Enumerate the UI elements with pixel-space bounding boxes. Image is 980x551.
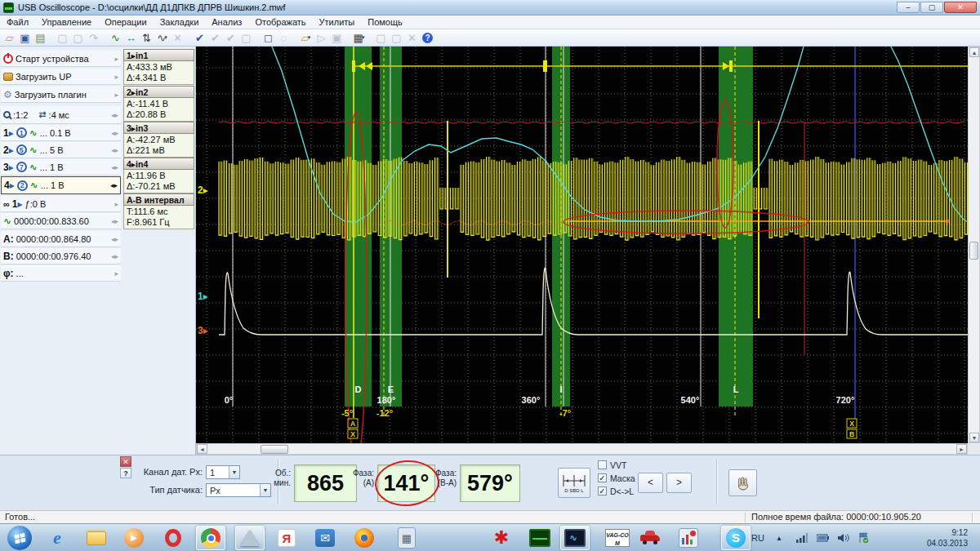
menu-Анализ[interactable]: Анализ xyxy=(205,16,248,28)
taskbar-icon-mail[interactable]: ✉ xyxy=(310,526,340,550)
checkbox-box[interactable]: ✓ xyxy=(598,473,607,482)
taskbar-icon-explorer[interactable] xyxy=(82,526,111,550)
width-icon: ⇄ xyxy=(38,109,46,120)
time-row-phi[interactable]: φ:...▸ xyxy=(1,265,121,282)
checkbox-box[interactable] xyxy=(598,460,607,469)
measurement-title[interactable]: 4▸in4 xyxy=(123,158,194,170)
checkbox-Маска[interactable]: ✓Маска xyxy=(598,473,635,483)
taskbar-icon-start[interactable] xyxy=(5,526,34,550)
h-scroll-thumb[interactable] xyxy=(261,445,288,454)
scroll-right-icon[interactable]: ► xyxy=(956,444,967,454)
time-row-b[interactable]: B:0000:00:00.976.40◂▸ xyxy=(1,248,121,264)
svg-text:540°: 540° xyxy=(681,395,700,405)
dsl-ruler-button[interactable]: D SBD L xyxy=(558,468,590,498)
oscilloscope-plot[interactable]: 0°180°360°540°720°D-5°E-12°I-7°LAXXB2▸1▸… xyxy=(196,47,968,443)
taskbar-icon-car-diag[interactable] xyxy=(635,526,665,550)
taskbar-icon-diag-suite[interactable] xyxy=(674,526,703,550)
menu-Отображать[interactable]: Отображать xyxy=(248,16,312,28)
toolbar-select-region-icon[interactable]: ◻ xyxy=(261,30,276,46)
volume-icon[interactable] xyxy=(838,524,849,551)
time-row-a[interactable]: A:0000:00:00.864.80◂▸ xyxy=(1,231,121,247)
taskbar-icon-calculator[interactable]: ▦ xyxy=(392,526,421,550)
menu-Помощь[interactable]: Помощь xyxy=(361,16,409,28)
checkbox-VVT[interactable]: VVT xyxy=(598,460,626,470)
battery-icon[interactable] xyxy=(817,524,830,551)
toolbar-load-overlay-icon[interactable]: ▱▾ xyxy=(298,30,314,46)
taskbar-icon-wmp[interactable]: ▶ xyxy=(119,526,149,550)
v-scroll-thumb[interactable] xyxy=(969,242,978,260)
taskbar-icon-ie[interactable]: e xyxy=(42,526,72,550)
chevron-down-icon[interactable]: ▼ xyxy=(229,466,239,478)
toolbar-help-icon[interactable]: ? xyxy=(420,30,435,46)
menu-Закладки[interactable]: Закладки xyxy=(154,16,206,28)
measurement-title[interactable]: 2▸in2 xyxy=(123,86,194,98)
pan-hand-button[interactable] xyxy=(728,469,757,496)
menu-Утилиты[interactable]: Утилиты xyxy=(313,16,362,28)
channel-row-2[interactable]: 2▸5∿... 5 В◂▸ xyxy=(1,142,121,158)
svg-text:I: I xyxy=(559,384,562,394)
maximize-button[interactable]: ▢ xyxy=(920,2,943,13)
toolbar-fit-vertical-icon[interactable]: ⇅ xyxy=(139,30,154,46)
toolbar-fit-horizontal-icon[interactable]: ↔ xyxy=(123,30,139,46)
command-label: Старт устройства xyxy=(16,54,89,64)
channel-row-1[interactable]: 1▸1∿... 0.1 В◂▸ xyxy=(1,125,121,141)
taskbar-icon-aisuite[interactable] xyxy=(235,526,265,550)
action-center-flag-icon[interactable] xyxy=(859,524,869,551)
time-per-div-value: :4 мс xyxy=(49,110,69,120)
taskbar-icon-firefox[interactable] xyxy=(350,526,379,550)
taskbar-icon-chrome[interactable] xyxy=(196,526,225,550)
horizontal-scrollbar[interactable]: ◄ ► xyxy=(196,443,968,455)
minimize-button[interactable]: – xyxy=(897,2,920,13)
toolbar-apply-check-icon[interactable]: ✔ xyxy=(192,30,207,46)
scroll-down-icon[interactable]: ▼ xyxy=(969,433,979,442)
taskbar-icon-yandex[interactable]: Я xyxy=(272,526,301,550)
menu-Операции[interactable]: Операции xyxy=(98,16,153,28)
clock[interactable]: 9:12 04.03.2013 xyxy=(886,527,968,549)
checkbox-D<->L[interactable]: ✓D<->L xyxy=(598,486,634,496)
taskbar-icon-red-tool[interactable]: ✱ xyxy=(487,526,516,550)
window-title: USB Oscilloscope - D:\осцилки\ДД Д1ДПКВ … xyxy=(18,2,286,12)
scroll-left-icon[interactable]: ◄ xyxy=(197,444,207,454)
channel-row-4[interactable]: 4▸2∿... 1 В◂▸ xyxy=(1,176,121,194)
taskbar-icon-opera[interactable] xyxy=(158,526,188,550)
toolbar-print-icon[interactable]: ▤ xyxy=(33,30,48,46)
toolbar-wave-mode-icon[interactable]: ∿▾ xyxy=(154,30,170,46)
channel-row-3[interactable]: 3▸7∿... 1 В◂▸ xyxy=(1,159,121,176)
sync-row[interactable]: ∞1▸ƒ:0 В▸ xyxy=(1,196,121,212)
measurement-title[interactable]: 3▸in3 xyxy=(123,122,194,134)
toolbar-display-mode-icon[interactable]: ▦▾ xyxy=(351,30,367,46)
toolbar-signal-icon[interactable]: ∿ xyxy=(108,30,123,46)
measurement-title[interactable]: 1▸in1 xyxy=(123,49,194,61)
command-start-device[interactable]: Старт устройства▸ xyxy=(1,51,121,67)
menu-Управление[interactable]: Управление xyxy=(35,16,98,28)
command-load-up[interactable]: Загрузить UP▸ xyxy=(1,69,121,85)
network-signal-icon[interactable] xyxy=(796,524,808,551)
scroll-up-icon[interactable]: ▲ xyxy=(969,47,979,57)
language-indicator[interactable]: RU xyxy=(751,524,764,551)
tray-expand-icon[interactable]: ▲ xyxy=(776,524,782,551)
checkbox-box[interactable]: ✓ xyxy=(598,487,607,495)
svg-text:360°: 360° xyxy=(522,395,541,405)
taskbar-icon-skype[interactable]: S xyxy=(721,526,751,550)
menu-Файл[interactable]: Файл xyxy=(0,16,35,28)
taskbar-icon-usb-oscilloscope[interactable]: ∿ xyxy=(560,526,590,550)
taskbar-icon-vag-com[interactable]: VAG-COM xyxy=(603,526,632,550)
toolbar-open-file-icon[interactable]: ▱ xyxy=(2,30,17,46)
channel-sensor-select[interactable]: 1 ▼ xyxy=(206,465,240,479)
toolbar-save-file-icon[interactable]: ▣ xyxy=(17,30,33,46)
command-load-plugin[interactable]: ⚙Загрузить плагин▸ xyxy=(1,87,121,103)
close-button[interactable]: ✕ xyxy=(944,2,977,13)
measurement-title[interactable]: A-B интервал xyxy=(123,193,194,206)
next-button[interactable]: > xyxy=(666,473,692,493)
panel-close-icon[interactable]: ✕ xyxy=(120,456,131,467)
power-icon xyxy=(3,54,13,64)
probe-icon: 1 xyxy=(16,127,27,138)
time-row-cursor[interactable]: ∿0000:00:00.833.60◂▸ xyxy=(1,213,121,229)
taskbar-icon-scope-green[interactable] xyxy=(525,526,555,550)
sensor-type-select[interactable]: Px ▼ xyxy=(206,483,271,497)
toolbar-check-3-icon: ✔ xyxy=(223,30,238,46)
prev-button[interactable]: < xyxy=(638,473,663,493)
zoom-time-row[interactable]: :1:2⇄:4 мс◂▸ xyxy=(1,106,121,124)
vertical-scrollbar[interactable]: ▲ ▼ xyxy=(968,47,980,443)
channel-number: 1▸ xyxy=(3,127,14,139)
